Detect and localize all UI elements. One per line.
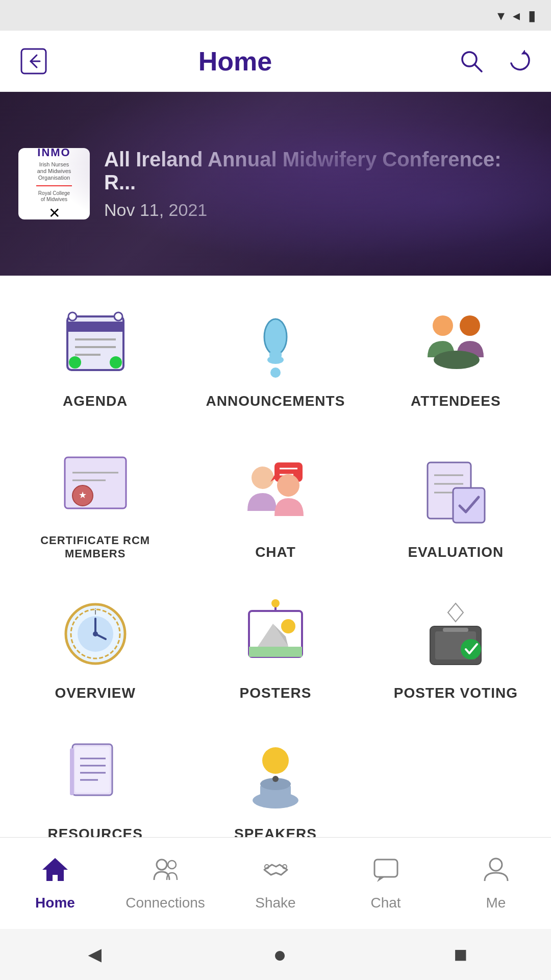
nav-chat[interactable]: Chat [331, 838, 441, 929]
bottom-nav: Home Connections Shake [0, 837, 551, 929]
grid-item-speakers[interactable]: SPEAKERS [190, 724, 360, 854]
grid-item-evaluation[interactable]: EVALUATION [371, 432, 541, 573]
svg-point-74 [490, 859, 502, 871]
svg-point-12 [69, 356, 81, 369]
evaluation-label: EVALUATION [408, 544, 504, 560]
svg-point-9 [68, 312, 77, 321]
hero-title: All Ireland Annual Midwifery Conference:… [104, 148, 533, 194]
poster-voting-label: POSTER VOTING [394, 685, 518, 701]
svg-point-66 [272, 776, 279, 782]
svg-point-68 [157, 860, 167, 870]
nav-home[interactable]: Home [0, 838, 110, 929]
grid-item-certificate[interactable]: ★ CERTIFICATE RCM MEMBERS [10, 432, 180, 573]
grid-section: AGENDA ANNOUNCEMENTS [0, 276, 551, 870]
svg-rect-35 [453, 488, 485, 523]
hero-text: All Ireland Annual Midwifery Conference:… [104, 148, 533, 220]
svg-text:i: i [94, 607, 96, 616]
announcements-icon [235, 301, 316, 383]
svg-point-16 [270, 368, 281, 378]
svg-point-15 [267, 356, 284, 364]
svg-line-3 [474, 64, 482, 71]
svg-rect-5 [67, 322, 123, 332]
certificate-icon: ★ [55, 442, 136, 524]
grid-item-resources[interactable]: RESOURCES [10, 724, 180, 854]
svg-point-44 [271, 599, 280, 607]
svg-rect-61 [70, 748, 74, 795]
svg-text:★: ★ [79, 490, 87, 500]
svg-rect-72 [374, 860, 397, 877]
chat-label: CHAT [255, 544, 296, 560]
evaluation-icon [415, 452, 496, 534]
svg-point-13 [264, 319, 287, 355]
svg-point-41 [93, 631, 98, 636]
svg-point-69 [168, 861, 176, 869]
grid-item-posters[interactable]: POSTERS [190, 583, 360, 714]
connections-label: Connections [126, 895, 205, 911]
me-icon [482, 855, 510, 890]
resources-icon [55, 734, 136, 816]
chat-nav-icon [372, 855, 400, 890]
announcements-label: ANNOUNCEMENTS [206, 393, 345, 409]
status-bar: ▾ ◂ ▮ [0, 0, 551, 31]
svg-rect-49 [249, 647, 302, 657]
overview-label: OVERVIEW [55, 685, 135, 701]
home-android-button[interactable]: ● [273, 942, 287, 967]
feature-grid: AGENDA ANNOUNCEMENTS [10, 291, 541, 854]
agenda-icon [55, 301, 136, 383]
home-label: Home [35, 895, 75, 911]
agenda-label: AGENDA [63, 393, 128, 409]
search-icon [458, 48, 485, 75]
nav-icons [455, 45, 536, 78]
android-nav: ◄ ● ■ [0, 929, 551, 980]
posters-label: POSTERS [240, 685, 312, 701]
nav-me[interactable]: Me [441, 838, 551, 929]
poster-voting-icon [415, 593, 496, 675]
grid-item-announcements[interactable]: ANNOUNCEMENTS [190, 291, 360, 422]
back-android-button[interactable]: ◄ [84, 942, 106, 967]
svg-point-11 [110, 356, 122, 369]
grid-item-agenda[interactable]: AGENDA [10, 291, 180, 422]
svg-point-10 [114, 312, 122, 321]
chat-nav-label: Chat [370, 895, 400, 911]
chat-icon [235, 452, 316, 534]
svg-point-48 [281, 619, 295, 633]
search-button[interactable] [455, 45, 488, 78]
svg-point-30 [277, 474, 299, 497]
nav-shake[interactable]: Shake [220, 838, 331, 929]
svg-point-17 [433, 315, 453, 336]
overview-icon: i [55, 593, 136, 675]
grid-item-overview[interactable]: i OVERVIEW [10, 583, 180, 714]
hero-logo: INMO Irish Nursesand MidwivesOrganisatio… [18, 148, 90, 219]
grid-item-poster-voting[interactable]: POSTER VOTING [371, 583, 541, 714]
shake-icon [262, 855, 290, 890]
battery-icon: ▮ [528, 7, 536, 24]
speakers-icon [235, 734, 316, 816]
refresh-button[interactable] [503, 45, 536, 78]
refresh-icon [506, 48, 533, 75]
svg-point-54 [461, 639, 481, 659]
page-title: Home [15, 46, 455, 77]
grid-item-attendees[interactable]: ATTENDEES [371, 291, 541, 422]
svg-point-65 [262, 747, 289, 774]
connections-icon [152, 855, 180, 890]
svg-rect-52 [443, 628, 468, 632]
home-icon [41, 855, 69, 890]
shake-label: Shake [255, 895, 295, 911]
hero-date: Nov 11, 2021 [104, 200, 533, 220]
certificate-label: CERTIFICATE RCM MEMBERS [15, 534, 175, 560]
me-label: Me [486, 895, 506, 911]
svg-rect-56 [75, 747, 110, 793]
wifi-icon: ▾ [497, 7, 505, 24]
grid-item-chat[interactable]: CHAT [190, 432, 360, 573]
recents-android-button[interactable]: ■ [454, 942, 468, 967]
svg-marker-67 [42, 858, 68, 881]
hero-banner[interactable]: INMO Irish Nursesand MidwivesOrganisatio… [0, 92, 551, 276]
svg-point-18 [460, 315, 480, 336]
attendees-icon [415, 301, 496, 383]
posters-icon [235, 593, 316, 675]
signal-icon: ◂ [513, 7, 520, 24]
nav-connections[interactable]: Connections [110, 838, 220, 929]
svg-marker-53 [448, 603, 463, 622]
svg-point-25 [252, 467, 274, 489]
svg-point-19 [434, 351, 480, 369]
